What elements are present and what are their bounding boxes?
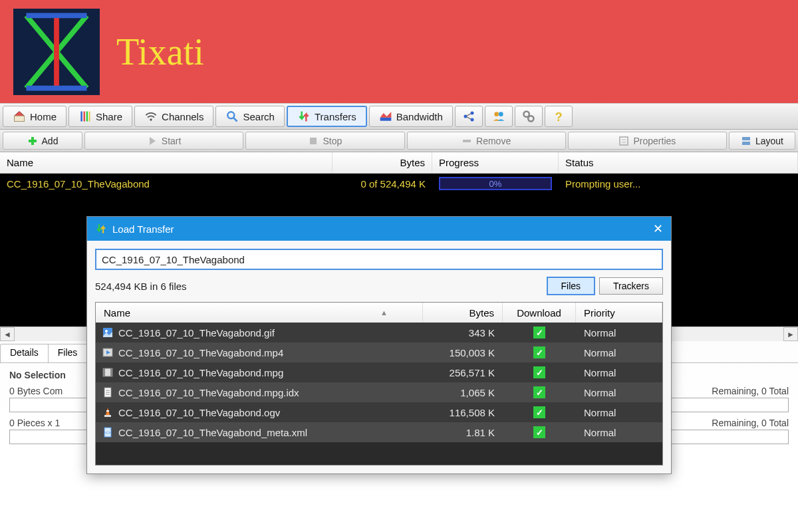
file-priority[interactable]: Normal — [576, 367, 662, 378]
column-status[interactable]: Status — [559, 152, 798, 173]
svg-line-18 — [466, 114, 471, 116]
dialog-info: 524,494 KB in 6 files — [95, 281, 543, 292]
connections-button[interactable] — [455, 106, 483, 127]
layout-label: Layout — [755, 136, 783, 146]
file-col-bytes[interactable]: Bytes — [423, 303, 503, 323]
svg-point-35 — [105, 330, 108, 332]
svg-point-20 — [494, 112, 499, 116]
pieces-remaining-label: Remaining, 0 Total — [712, 418, 789, 428]
file-col-name[interactable]: Name▲ — [96, 303, 423, 323]
remove-button[interactable]: Remove — [407, 132, 566, 150]
help-icon: ? — [552, 110, 565, 123]
scroll-left-arrow[interactable]: ◄ — [0, 327, 15, 341]
dialog-tab-files[interactable]: Files — [547, 277, 596, 295]
load-transfer-dialog: Load Transfer ✕ 524,494 KB in 6 files Fi… — [86, 216, 672, 474]
stop-button[interactable]: Stop — [245, 132, 404, 150]
search-icon — [225, 110, 239, 123]
file-col-priority[interactable]: Priority — [576, 303, 662, 323]
transfer-status: Prompting user... — [559, 178, 798, 190]
svg-point-12 — [228, 112, 235, 118]
svg-rect-44 — [106, 410, 109, 412]
dialog-title: Load Transfer — [112, 223, 174, 235]
file-col-download[interactable]: Download — [503, 303, 576, 323]
properties-label: Properties — [633, 136, 676, 146]
download-checkbox[interactable]: ✓ — [533, 346, 545, 358]
bandwidth-icon — [379, 110, 392, 123]
download-checkbox[interactable]: ✓ — [533, 366, 545, 378]
layout-button[interactable]: Layout — [729, 132, 795, 150]
banner-title: Tixati — [116, 31, 204, 73]
banner: Tixati — [0, 0, 798, 103]
file-priority[interactable]: Normal — [576, 387, 662, 398]
search-label: Search — [243, 111, 275, 122]
transfer-bytes: 0 of 524,494 K — [332, 178, 432, 190]
transfers-icon — [297, 110, 311, 123]
file-row[interactable]: <>CC_1916_07_10_TheVagabond_meta.xml1.81… — [96, 422, 662, 442]
properties-button[interactable]: Properties — [568, 132, 727, 150]
settings-button[interactable] — [515, 106, 543, 127]
start-label: Start — [162, 136, 182, 146]
start-button[interactable]: Start — [84, 132, 243, 150]
svg-rect-45 — [104, 415, 111, 417]
file-row[interactable]: CC_1916_07_10_TheVagabond.mp4150,003 K✓N… — [96, 342, 662, 362]
transfers-button[interactable]: Transfers — [287, 106, 367, 127]
channels-button[interactable]: Channels — [134, 106, 213, 127]
svg-rect-7 — [80, 112, 82, 122]
column-bytes[interactable]: Bytes — [332, 152, 432, 173]
channels-icon — [144, 110, 158, 123]
download-checkbox[interactable]: ✓ — [533, 426, 545, 438]
users-button[interactable] — [485, 106, 513, 127]
download-checkbox[interactable]: ✓ — [533, 406, 545, 418]
transfer-name-input[interactable] — [95, 249, 663, 270]
file-name: CC_1916_07_10_TheVagabond.mpg.idx — [118, 387, 299, 398]
column-progress[interactable]: Progress — [432, 152, 559, 173]
transfers-label: Transfers — [315, 111, 356, 122]
scroll-right-arrow[interactable]: ► — [783, 327, 798, 341]
home-button[interactable]: Home — [3, 106, 66, 127]
tab-details[interactable]: Details — [0, 344, 49, 362]
play-icon — [147, 136, 158, 146]
download-checkbox[interactable]: ✓ — [533, 327, 545, 338]
file-type-icon — [102, 347, 113, 358]
svg-point-21 — [499, 112, 503, 116]
file-priority[interactable]: Normal — [576, 427, 662, 438]
file-row[interactable]: CC_1916_07_10_TheVagabond.mpg256,571 K✓N… — [96, 362, 662, 382]
bandwidth-button[interactable]: Bandwidth — [369, 106, 453, 127]
file-priority[interactable]: Normal — [576, 327, 662, 338]
file-row[interactable]: CC_1916_07_10_TheVagabond.ogv116,508 K✓N… — [96, 402, 662, 422]
file-name: CC_1916_07_10_TheVagabond.ogv — [118, 407, 280, 418]
main-toolbar: Home Share Channels Search Transfers Ban… — [0, 103, 798, 130]
tab-files[interactable]: Files — [48, 344, 88, 362]
dialog-titlebar[interactable]: Load Transfer ✕ — [87, 217, 671, 241]
home-label: Home — [30, 111, 57, 122]
file-row[interactable]: CC_1916_07_10_TheVagabond.gif343 K✓Norma… — [96, 323, 662, 342]
svg-rect-29 — [620, 137, 628, 145]
svg-rect-26 — [29, 140, 37, 142]
close-icon[interactable]: ✕ — [653, 221, 663, 236]
share-button[interactable]: Share — [68, 106, 132, 127]
connections-icon — [462, 110, 475, 123]
svg-rect-32 — [742, 137, 750, 140]
add-button[interactable]: Add — [3, 132, 82, 150]
file-name: CC_1916_07_10_TheVagabond.gif — [118, 327, 275, 338]
users-icon — [492, 110, 505, 123]
file-row[interactable]: CC_1916_07_10_TheVagabond.mpg.idx1,065 K… — [96, 382, 662, 402]
minus-icon — [462, 136, 472, 146]
dialog-tab-trackers[interactable]: Trackers — [599, 277, 663, 295]
transfer-row[interactable]: CC_1916_07_10_TheVagabond 0 of 524,494 K… — [0, 174, 798, 194]
search-button[interactable]: Search — [215, 106, 285, 127]
bytes-complete-label: 0 Bytes Com — [9, 386, 63, 396]
file-type-icon — [102, 327, 113, 338]
svg-line-13 — [234, 118, 237, 122]
progress-bar: 0% — [439, 177, 552, 190]
column-name[interactable]: Name — [0, 152, 332, 173]
table-fade — [96, 442, 662, 465]
stop-icon — [308, 136, 319, 146]
file-name: CC_1916_07_10_TheVagabond.mp4 — [118, 347, 283, 358]
download-checkbox[interactable]: ✓ — [533, 386, 545, 398]
layout-icon — [741, 136, 751, 146]
file-priority[interactable]: Normal — [576, 347, 662, 358]
help-button[interactable]: ? — [545, 106, 573, 127]
file-priority[interactable]: Normal — [576, 407, 662, 418]
transfer-progress: 0% — [432, 177, 559, 190]
